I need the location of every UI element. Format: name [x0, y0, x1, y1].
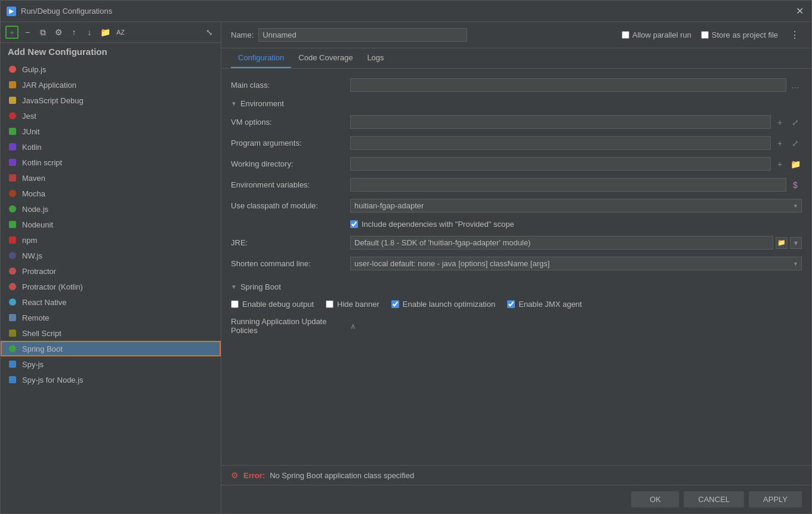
- enable-launch-label: Enable launch optimization: [403, 300, 495, 309]
- list-item[interactable]: Spy-js for Node.js: [1, 372, 221, 387]
- copy-config-button[interactable]: ⧉: [36, 26, 50, 39]
- jre-input[interactable]: [350, 236, 773, 250]
- working-dir-row: Working directory: + 📁: [231, 153, 802, 174]
- shorten-cmd-field: user-local default: none - java [options…: [350, 257, 802, 270]
- sort-button[interactable]: AZ: [114, 26, 127, 39]
- store-as-project-file-checkbox[interactable]: [701, 31, 709, 39]
- jre-field: 📁 ▼: [350, 236, 802, 250]
- environment-expand-icon: ▼: [231, 100, 237, 107]
- main-class-browse-button[interactable]: …: [789, 79, 802, 92]
- remove-config-button[interactable]: −: [21, 26, 34, 39]
- list-item[interactable]: Kotlin script: [1, 155, 221, 170]
- mocha-icon: [8, 189, 17, 198]
- config-body: Main class: … ▼ Environment VM options:: [221, 69, 811, 465]
- settings-button[interactable]: ⚙: [52, 26, 65, 39]
- npm-icon: [8, 235, 17, 245]
- include-deps-checkbox[interactable]: [350, 220, 358, 228]
- list-item[interactable]: npm: [1, 232, 221, 248]
- vm-options-label: VM options:: [231, 118, 350, 127]
- list-item[interactable]: Protractor: [1, 263, 221, 279]
- list-item[interactable]: React Native: [1, 294, 221, 310]
- include-deps-label: Include dependencies with "Provided" sco…: [362, 220, 514, 229]
- kotlin-script-icon: [8, 158, 17, 167]
- env-vars-input[interactable]: [350, 178, 786, 192]
- list-item[interactable]: Kotlin: [1, 139, 221, 155]
- jre-folder-button[interactable]: 📁: [776, 237, 788, 249]
- list-item[interactable]: Maven: [1, 170, 221, 186]
- env-vars-label: Environment variables:: [231, 180, 350, 189]
- list-item[interactable]: Remote: [1, 310, 221, 325]
- vm-options-add-icon[interactable]: +: [773, 116, 786, 129]
- hide-banner-label: Hide banner: [337, 300, 379, 309]
- move-down-button[interactable]: ↓: [83, 26, 96, 39]
- env-vars-row: Environment variables: $: [231, 174, 802, 195]
- allow-parallel-run-checkbox[interactable]: [622, 31, 629, 39]
- list-item[interactable]: Spy-js: [1, 356, 221, 372]
- working-dir-folder-icon[interactable]: 📁: [789, 158, 802, 171]
- more-options-button[interactable]: ⋮: [788, 29, 802, 41]
- list-item[interactable]: Node.js: [1, 201, 221, 217]
- program-args-input[interactable]: [350, 136, 771, 150]
- move-up-button[interactable]: ↑: [67, 26, 81, 39]
- hide-banner-checkbox[interactable]: [326, 300, 334, 308]
- error-message: No Spring Boot application class specifi…: [270, 471, 414, 480]
- jre-dropdown-button[interactable]: ▼: [790, 237, 802, 249]
- error-label: Error:: [243, 471, 265, 480]
- close-button[interactable]: ✕: [794, 5, 805, 17]
- list-item[interactable]: JUnit: [1, 124, 221, 139]
- spring-boot-section: ▼ Spring Boot Enable debug output Hide b…: [231, 279, 802, 338]
- list-item[interactable]: Mocha: [1, 186, 221, 201]
- running-app-row: Running Application Update Policies ∧: [231, 313, 802, 338]
- node-icon: [8, 204, 17, 214]
- tab-logs[interactable]: Logs: [360, 48, 391, 68]
- list-item[interactable]: Protractor (Kotlin): [1, 279, 221, 294]
- list-item[interactable]: JavaScript Debug: [1, 93, 221, 108]
- dialog-title: Run/Debug Configurations: [21, 7, 794, 16]
- env-vars-dollar-icon[interactable]: $: [789, 178, 802, 192]
- module-select[interactable]: huitian-fgap-adapter: [350, 199, 802, 213]
- enable-launch-checkbox[interactable]: [391, 300, 399, 308]
- program-args-expand-icon[interactable]: ⤢: [789, 137, 802, 150]
- cancel-button[interactable]: CANCEL: [684, 491, 744, 507]
- list-item[interactable]: Nodeunit: [1, 217, 221, 232]
- spring-boot-list-item[interactable]: Spring Boot: [1, 341, 221, 356]
- enable-jmx-option: Enable JMX agent: [507, 300, 582, 309]
- tab-configuration[interactable]: Configuration: [231, 48, 291, 68]
- vm-options-input[interactable]: [350, 115, 771, 129]
- collapse-button[interactable]: ⤡: [203, 26, 216, 39]
- include-deps-option: Include dependencies with "Provided" sco…: [350, 216, 802, 232]
- list-item[interactable]: Jest: [1, 108, 221, 124]
- junit-icon: [8, 127, 17, 136]
- use-classpath-field: huitian-fgap-adapter: [350, 199, 802, 213]
- list-item[interactable]: Shell Script: [1, 325, 221, 341]
- folder-button[interactable]: 📁: [98, 26, 112, 39]
- left-panel: + − ⧉ ⚙ ↑ ↓ 📁: [1, 22, 221, 513]
- working-dir-input[interactable]: [350, 157, 771, 171]
- ok-button[interactable]: OK: [631, 491, 679, 507]
- tab-code-coverage[interactable]: Code Coverage: [291, 48, 360, 68]
- main-class-label: Main class:: [231, 81, 350, 90]
- jre-label: JRE:: [231, 238, 350, 247]
- environment-section-header[interactable]: ▼ Environment: [231, 96, 802, 112]
- working-dir-add-icon[interactable]: +: [773, 158, 786, 171]
- add-config-button[interactable]: +: [5, 26, 18, 39]
- list-item[interactable]: JAR Application: [1, 77, 221, 93]
- hide-banner-option: Hide banner: [326, 300, 379, 309]
- list-item[interactable]: NW.js: [1, 248, 221, 263]
- working-dir-label: Working directory:: [231, 159, 350, 168]
- running-app-collapse-icon: ∧: [350, 322, 356, 331]
- config-type-list: Gulp.js JAR Application JavaScript Debug…: [1, 61, 221, 513]
- spring-boot-section-header[interactable]: ▼ Spring Boot: [231, 279, 802, 295]
- program-args-row: Program arguments: + ⤢: [231, 133, 802, 153]
- shorten-cmd-select[interactable]: user-local default: none - java [options…: [350, 257, 802, 270]
- vm-options-expand-icon[interactable]: ⤢: [789, 116, 802, 129]
- program-args-add-icon[interactable]: +: [773, 137, 786, 150]
- enable-debug-checkbox[interactable]: [231, 300, 239, 308]
- enable-jmx-checkbox[interactable]: [507, 300, 515, 308]
- apply-button[interactable]: APPLY: [749, 491, 802, 507]
- list-item[interactable]: Gulp.js: [1, 61, 221, 77]
- name-input[interactable]: [258, 28, 467, 42]
- module-select-wrapper: huitian-fgap-adapter: [350, 199, 802, 213]
- enable-launch-option: Enable launch optimization: [391, 300, 495, 309]
- main-class-input[interactable]: [350, 78, 786, 92]
